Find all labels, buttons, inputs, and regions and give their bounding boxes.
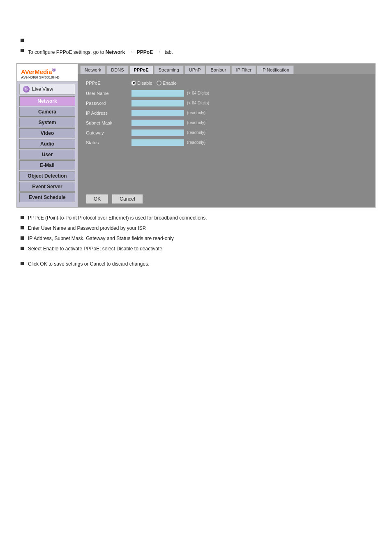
username-hint: (< 64 Digits) (187, 91, 209, 95)
ipaddress-hint: (readonly) (187, 111, 205, 115)
tab-ip-notification[interactable]: IP Notification (257, 65, 294, 74)
sidebar-item-camera[interactable]: Camera (19, 107, 75, 117)
password-hint: (< 64 Digits) (187, 101, 209, 105)
sidebar-item-audio[interactable]: Audio (19, 139, 75, 149)
live-view-icon: ⊙ (23, 86, 30, 92)
enable-label: Enable (163, 81, 177, 86)
main-ui: AVerMedia® AVer-DIGI SF/0318H-B ⊙ Live V… (16, 63, 376, 208)
pppoe-row: PPPoE Disable Enable (86, 81, 367, 86)
ok-button[interactable]: OK (86, 194, 108, 204)
subnetmask-row: Subnet Mask (readonly) (86, 119, 367, 127)
tab-ddns[interactable]: DDNS (106, 65, 128, 74)
subnetmask-input (131, 119, 184, 127)
bullet-text-2: To configure PPPoE settings, go to Netwo… (28, 47, 173, 56)
bullet-bottom-1: PPPoE (Point-to-Point Protocol over Ethe… (16, 214, 376, 222)
ipaddress-input (131, 109, 184, 117)
gateway-hint: (readonly) (187, 130, 205, 135)
bullet-text-b4: Select Enable to activate PPPoE; select … (28, 245, 164, 253)
disable-label: Disable (137, 81, 152, 86)
live-view-button[interactable]: ⊙ Live View (19, 84, 75, 95)
sidebar-item-event-schedule[interactable]: Event Schedule (19, 192, 75, 202)
subnetmask-hint: (readonly) (187, 120, 205, 125)
status-hint: (readonly) (187, 140, 205, 145)
pppoe-enable-option[interactable]: Enable (157, 81, 177, 86)
bullet-top-2: To configure PPPoE settings, go to Netwo… (16, 47, 376, 56)
bullet-icon-1 (21, 39, 24, 42)
bullet-bottom-2: Enter User Name and Password provided by… (16, 224, 376, 232)
sidebar-item-event-server[interactable]: Event Server (19, 182, 75, 192)
sidebar-item-network[interactable]: Network (19, 96, 75, 106)
gateway-row: Gateway (readonly) (86, 129, 367, 136)
logo-model: AVer-DIGI SF/0318H-B (21, 75, 74, 79)
live-view-label: Live View (32, 86, 53, 92)
password-label: Password (86, 101, 131, 106)
bullet-icon-b2 (21, 226, 24, 229)
bullet-icon-b1 (21, 216, 24, 219)
password-row: Password (< 64 Digits) (86, 99, 367, 107)
pppoe-label: PPPoE (86, 81, 131, 86)
sidebar-item-object-detection[interactable]: Object Detection (19, 171, 75, 181)
bullet-text-1 (28, 37, 29, 45)
pppoe-disable-option[interactable]: Disable (131, 81, 152, 86)
bullet-top-1 (16, 37, 376, 45)
bottom-bar: OK Cancel (78, 191, 375, 207)
gateway-label: Gateway (86, 130, 131, 135)
status-label: Status (86, 140, 131, 145)
main-content: Network DDNS PPPoE Streaming UPnP Bonjou… (78, 64, 375, 207)
logo-brand: AVerMedia® (21, 67, 74, 75)
bullet-bottom-3: IP Address, Subnet Mask, Gateway and Sta… (16, 235, 376, 243)
bullet-text-b1: PPPoE (Point-to-Point Protocol over Ethe… (28, 214, 207, 222)
sidebar-item-email[interactable]: E-Mail (19, 160, 75, 170)
cancel-button[interactable]: Cancel (112, 194, 143, 204)
bullet-text-b2: Enter User Name and Password provided by… (28, 224, 147, 232)
form-area: PPPoE Disable Enable User Name (78, 74, 375, 191)
ipaddress-label: IP Address (86, 111, 131, 116)
tab-ip-filter[interactable]: IP Filter (231, 65, 256, 74)
tab-streaming[interactable]: Streaming (154, 65, 184, 74)
bullet-icon-2 (21, 49, 24, 52)
bullet-icon-b3 (21, 236, 24, 240)
sidebar-item-user[interactable]: User (19, 150, 75, 160)
tab-network[interactable]: Network (80, 65, 106, 74)
username-input[interactable] (131, 90, 184, 97)
bullet-bottom-4: Select Enable to activate PPPoE; select … (16, 245, 376, 253)
sidebar-item-video[interactable]: Video (19, 128, 75, 138)
username-label: User Name (86, 91, 131, 96)
tab-upnp[interactable]: UPnP (184, 65, 205, 74)
subnetmask-label: Subnet Mask (86, 120, 131, 125)
bullet-bottom-5: Click OK to save settings or Cancel to d… (16, 260, 376, 268)
status-row: Status (readonly) (86, 139, 367, 146)
bullet-icon-b5 (21, 262, 24, 265)
bullet-text-b3: IP Address, Subnet Mask, Gateway and Sta… (28, 235, 175, 243)
sidebar-item-system[interactable]: System (19, 118, 75, 127)
bullet-text-b5: Click OK to save settings or Cancel to d… (28, 260, 149, 268)
sidebar: AVerMedia® AVer-DIGI SF/0318H-B ⊙ Live V… (17, 64, 78, 207)
tab-pppoe[interactable]: PPPoE (129, 65, 153, 74)
password-input[interactable] (131, 99, 184, 107)
status-input (131, 139, 184, 146)
username-row: User Name (< 64 Digits) (86, 90, 367, 97)
logo: AVerMedia® AVer-DIGI SF/0318H-B (17, 64, 78, 81)
gateway-input (131, 129, 184, 136)
disable-radio-dot[interactable] (131, 81, 136, 86)
tab-bonjour[interactable]: Bonjour (206, 65, 231, 74)
tab-bar: Network DDNS PPPoE Streaming UPnP Bonjou… (78, 64, 375, 74)
pppoe-radio-group: Disable Enable (131, 81, 177, 86)
bullet-icon-b4 (21, 247, 24, 250)
enable-radio-dot[interactable] (157, 81, 161, 86)
ipaddress-row: IP Address (readonly) (86, 109, 367, 117)
